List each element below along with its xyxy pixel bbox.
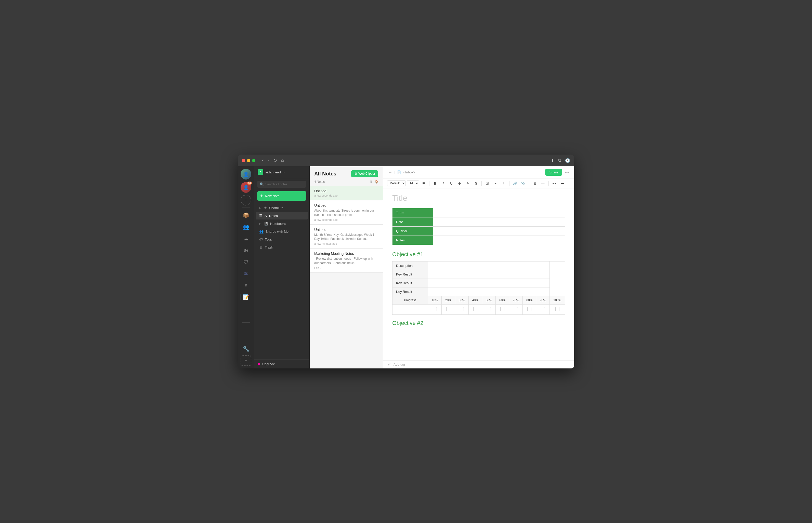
web-clipper-button[interactable]: 🖥 Web Clipper — [351, 170, 378, 177]
add-app-button[interactable]: + — [241, 355, 251, 366]
note-title-field[interactable]: Title — [392, 194, 565, 203]
note-item[interactable]: Untitled a few seconds ago — [310, 186, 383, 200]
dock-icon-cloud[interactable]: ☁ — [241, 233, 251, 244]
highlight-button[interactable]: ✎ — [464, 180, 471, 187]
attachment-button[interactable]: 📎 — [520, 180, 527, 187]
sort-icon[interactable]: ⇅ — [370, 180, 373, 184]
dock-icon-discord[interactable]: ⚛ — [241, 268, 251, 279]
checkbox-40[interactable] — [469, 305, 482, 315]
checkbox[interactable] — [514, 307, 518, 311]
checkbox-80[interactable] — [523, 305, 536, 315]
close-button[interactable] — [242, 159, 245, 162]
forward-button[interactable]: › — [266, 157, 270, 164]
note-item[interactable]: Untitled About this template Stress is c… — [310, 200, 383, 224]
checkbox-10[interactable] — [428, 305, 442, 315]
link-button[interactable]: 🔗 — [512, 180, 519, 187]
checkbox-60[interactable] — [496, 305, 509, 315]
notes-value-cell[interactable] — [433, 236, 565, 245]
share-button[interactable]: Share — [545, 169, 562, 176]
strikethrough-button[interactable]: S — [456, 180, 463, 187]
sidebar-item-shortcuts[interactable]: ▶ ★ Shortcuts — [256, 204, 308, 212]
underline-button[interactable]: U — [448, 180, 455, 187]
dock-icon-evernote[interactable]: 📝 — [241, 292, 251, 303]
back-arrow-icon[interactable]: ← — [388, 170, 392, 175]
user-menu-chevron[interactable]: ▾ — [283, 171, 285, 174]
checkbox-100[interactable] — [550, 305, 565, 315]
dock-icon-behance[interactable]: Be — [241, 245, 251, 256]
date-value-cell[interactable] — [433, 217, 565, 227]
font-family-select[interactable]: Default — [387, 180, 406, 186]
notes-label-cell: Notes — [393, 236, 433, 245]
back-button[interactable]: ‹ — [261, 157, 264, 164]
checkbox[interactable] — [460, 307, 464, 311]
notes-count: 4 Notes — [314, 180, 325, 184]
note-title: Marketing Meeting Notes — [314, 252, 378, 256]
key-result-2-value[interactable] — [428, 279, 550, 287]
checkbox[interactable] — [500, 307, 504, 311]
checkbox-90[interactable] — [536, 305, 550, 315]
align-button[interactable]: ≡▾ — [551, 180, 558, 187]
checkbox[interactable] — [473, 307, 477, 311]
key-result-3-value[interactable] — [428, 287, 550, 296]
key-result-1-value[interactable] — [428, 270, 550, 279]
checkbox[interactable] — [541, 307, 545, 311]
bold-button[interactable]: B — [431, 180, 438, 187]
table-button[interactable]: ⊞ — [531, 180, 538, 187]
user-avatar-secondary[interactable]: 👤 98 — [241, 182, 251, 193]
checkbox-button[interactable]: ☑ — [484, 180, 491, 187]
trash-label: Trash — [265, 246, 273, 249]
checkbox-20[interactable] — [442, 305, 455, 315]
sidebar-item-notebooks[interactable]: ▶ 📓 Notebooks — [256, 220, 308, 228]
code-button[interactable]: {} — [472, 180, 479, 187]
share-icon[interactable]: ⬆ — [551, 158, 554, 163]
dock-icon-box[interactable]: 📦 — [241, 210, 251, 220]
description-value[interactable] — [428, 262, 550, 270]
checkbox-30[interactable] — [455, 305, 469, 315]
minimize-button[interactable] — [247, 159, 250, 162]
progress-80: 80% — [523, 296, 536, 305]
checkbox-70[interactable] — [509, 305, 523, 315]
upgrade-label[interactable]: Upgrade — [262, 362, 275, 366]
checkbox[interactable] — [555, 307, 559, 311]
dock-icon-hash[interactable]: # — [241, 280, 251, 291]
font-color-button[interactable]: ■ — [420, 180, 427, 187]
progress-20: 20% — [442, 296, 455, 305]
italic-button[interactable]: I — [439, 180, 447, 187]
layers-icon[interactable]: ⧉ — [558, 158, 561, 163]
sidebar-item-trash[interactable]: 🗑 Trash — [256, 244, 308, 251]
maximize-button[interactable] — [252, 159, 255, 162]
checkbox[interactable] — [433, 307, 437, 311]
bullet-list-button[interactable]: ≡ — [492, 180, 499, 187]
editor-body[interactable]: Title Team Date Quarter — [383, 188, 574, 360]
sidebar: a aidannerol ▾ 🔍 + New Note ▶ ★ Shortcut… — [254, 166, 310, 368]
sidebar-item-tags[interactable]: 🏷 Tags — [256, 236, 308, 243]
team-value-cell[interactable] — [433, 208, 565, 217]
add-account-button[interactable]: + — [241, 195, 251, 205]
note-item[interactable]: Marketing Meeting Notes - Review distrib… — [310, 249, 383, 273]
refresh-button[interactable]: ↻ — [272, 157, 278, 164]
home-button[interactable]: ⌂ — [280, 157, 285, 164]
search-input[interactable] — [265, 183, 304, 186]
clock-icon[interactable]: 🕐 — [565, 158, 570, 163]
note-item[interactable]: Untitled Month & Year Key: Goals/Message… — [310, 224, 383, 249]
dock-icon-settings[interactable]: 🔧 — [241, 343, 251, 354]
new-note-button[interactable]: + New Note — [257, 191, 306, 201]
quarter-value-cell[interactable] — [433, 227, 565, 236]
checkbox[interactable] — [527, 307, 531, 311]
dock-icon-shield[interactable]: 🛡 — [241, 257, 251, 267]
view-icon[interactable]: 🏠 — [375, 180, 378, 184]
font-size-select[interactable]: 14 — [407, 180, 419, 186]
checkbox[interactable] — [487, 307, 491, 311]
dock-icon-people[interactable]: 👥 — [241, 221, 251, 232]
search-bar[interactable]: 🔍 — [257, 181, 306, 188]
checkbox-50[interactable] — [482, 305, 496, 315]
divider-button[interactable]: — — [539, 180, 547, 187]
add-tag-label[interactable]: Add tag — [394, 363, 405, 366]
sidebar-item-all-notes[interactable]: ☰ All Notes — [256, 212, 308, 219]
sidebar-item-shared[interactable]: 👥 Shared with Me — [256, 228, 308, 235]
checkbox[interactable] — [446, 307, 450, 311]
user-avatar-primary[interactable]: 👤 — [241, 169, 251, 180]
numbered-list-button[interactable]: ⋮ — [500, 180, 507, 187]
more-button[interactable]: ••• — [559, 180, 566, 187]
more-options-icon[interactable]: ••• — [565, 170, 569, 175]
